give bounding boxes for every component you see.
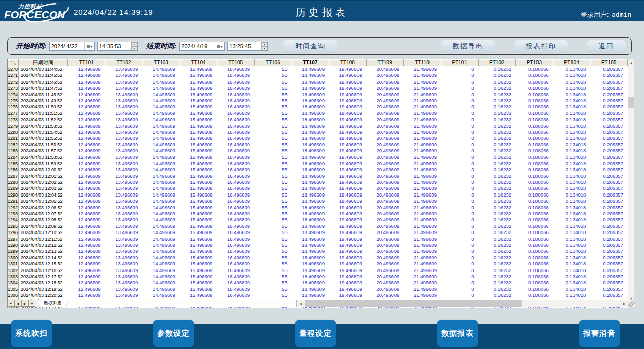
row-number: 1287 xyxy=(8,173,19,179)
scroll-right-icon[interactable]: ▶ xyxy=(621,300,628,307)
cell-value: 20.496609 xyxy=(367,142,404,148)
table-row[interactable]: 12742024/04/03 11:48:5212.49660913.49660… xyxy=(8,92,628,98)
table-row[interactable]: 12772024/04/03 11:51:5212.49660913.49660… xyxy=(8,110,628,117)
start-time-spinner[interactable]: 14:35:53 ▲▼ xyxy=(97,42,138,51)
cell-value: 20.496609 xyxy=(367,236,404,242)
spin-down-icon[interactable]: ▼ xyxy=(261,46,267,50)
data-export-button[interactable]: 数据导出 xyxy=(441,40,495,53)
table-row[interactable]: 12832024/04/03 11:57:5212.49660913.49660… xyxy=(8,148,628,154)
start-date-picker[interactable]: 2024/ 4/22 ▦▾ xyxy=(49,42,95,51)
data-report-button[interactable]: 数据报表 xyxy=(437,320,478,347)
cell-value: 16.496609 xyxy=(217,154,255,160)
end-time-spinner[interactable]: 13:25:45 ▲▼ xyxy=(227,42,268,51)
cell-value: 0 xyxy=(441,261,479,267)
start-time-spin-buttons[interactable]: ▲▼ xyxy=(131,42,137,50)
end-date-picker[interactable]: 2024/ 4/19 ▦▾ xyxy=(179,42,225,51)
sheet-next-icon[interactable]: ▶ xyxy=(21,300,28,307)
table-row[interactable]: 12732024/04/03 11:47:5212.49660913.49660… xyxy=(8,85,628,91)
calendar-dropdown-icon[interactable]: ▦▾ xyxy=(84,42,94,50)
table-row[interactable]: 12952024/04/03 12:09:5212.49660913.49660… xyxy=(8,223,628,229)
cell-value: 0.16232 xyxy=(479,217,516,223)
table-row[interactable]: 12822024/04/03 11:56:5212.49660913.49660… xyxy=(8,142,628,148)
table-row[interactable]: 12902024/04/03 12:04:5212.49660913.49660… xyxy=(8,192,628,198)
range-setting-button[interactable]: 量程设定 xyxy=(295,320,336,347)
table-row[interactable]: 12912024/04/03 12:05:5212.49660913.49660… xyxy=(8,198,628,204)
cell-value: 14.496609 xyxy=(142,179,180,185)
table-row[interactable]: 12982024/04/03 12:12:5212.49660913.49660… xyxy=(8,242,628,248)
spin-up-icon[interactable]: ▲ xyxy=(131,42,137,46)
alarm-mute-button[interactable]: 报警消音 xyxy=(579,320,620,347)
scroll-left-icon[interactable]: ◀ xyxy=(297,300,304,307)
report-print-button[interactable]: 报表打印 xyxy=(514,40,568,53)
table-row[interactable]: 12922024/04/03 12:06:5212.49660913.49660… xyxy=(8,205,628,211)
table-row[interactable]: 13042024/04/03 12:18:5212.49660913.49660… xyxy=(8,280,628,286)
sheet-prev-icon[interactable]: ◀ xyxy=(14,300,21,307)
cell-value: 14.496609 xyxy=(142,236,180,242)
cell-value: 14.496609 xyxy=(142,292,180,298)
table-row[interactable]: 12762024/04/03 11:50:5212.49660913.49660… xyxy=(8,104,628,110)
table-row[interactable]: 12812024/04/03 11:55:5212.49660913.49660… xyxy=(8,135,628,141)
table-row[interactable]: 12932024/04/03 12:07:5212.49660913.49660… xyxy=(8,211,628,217)
table-row[interactable]: 12892024/04/03 12:03:5212.49660913.49660… xyxy=(8,185,628,191)
table-row[interactable]: 12882024/04/03 12:02:5212.49660913.49660… xyxy=(8,179,628,185)
current-datetime: 2024/04/22 14:39:19 xyxy=(74,8,153,16)
table-row[interactable]: 13032024/04/03 12:17:5212.49660913.49660… xyxy=(8,274,628,280)
table-row[interactable]: 13052024/04/03 12:19:5212.49660913.49660… xyxy=(8,286,628,292)
horizontal-scrollbar[interactable]: ◀ ▶ xyxy=(297,300,628,307)
vertical-scrollbar[interactable]: ▲ ▼ xyxy=(628,59,635,302)
cell-value: 13.496609 xyxy=(105,286,143,292)
end-time-spin-buttons[interactable]: ▲▼ xyxy=(261,42,267,50)
cell-value: 21.496609 xyxy=(404,223,441,229)
sheet-last-icon[interactable]: ⯮ xyxy=(28,300,35,307)
table-row[interactable]: 12752024/04/03 11:49:5212.49660913.49660… xyxy=(8,98,628,104)
cell-value: 55 xyxy=(255,161,292,167)
scroll-up-icon[interactable]: ▲ xyxy=(628,59,634,66)
table-row[interactable]: 13012024/04/03 12:15:5212.49660913.49660… xyxy=(8,261,628,267)
return-button[interactable]: 返回 xyxy=(587,40,626,53)
sheet-first-icon[interactable]: ⯬ xyxy=(7,300,14,307)
cell-value: 0.16232 xyxy=(479,154,516,160)
table-row[interactable]: 12712024/04/03 11:45:5212.49660913.49660… xyxy=(8,72,628,79)
table-row[interactable]: 12862024/04/03 12:00:5212.49660913.49660… xyxy=(8,167,628,173)
table-row[interactable]: 12992024/04/03 12:13:5212.49660913.49660… xyxy=(8,248,628,254)
grid-corner-cell[interactable] xyxy=(8,59,19,66)
table-row[interactable]: 12852024/04/03 11:59:5212.49660913.49660… xyxy=(8,161,628,167)
system-purge-button[interactable]: 系统吹扫 xyxy=(11,320,52,347)
spin-up-icon[interactable]: ▲ xyxy=(261,42,267,46)
sheet-tab-datalist[interactable]: 数据列表 xyxy=(38,300,68,307)
spin-down-icon[interactable]: ▼ xyxy=(131,46,137,50)
cell-value: 0.134018 xyxy=(553,267,591,274)
cell-value: 20.496609 xyxy=(367,135,404,141)
time-query-button[interactable]: 时间查询 xyxy=(283,40,338,53)
parameter-setting-button[interactable]: 参数设定 xyxy=(153,320,194,347)
table-row[interactable]: 12872024/04/03 12:01:5212.49660913.49660… xyxy=(8,173,628,179)
table-row[interactable]: 13022024/04/03 12:16:5212.49660913.49660… xyxy=(8,267,628,274)
horizontal-scrollbar-thumb[interactable] xyxy=(305,300,522,307)
cell-value: 0.134018 xyxy=(553,104,591,110)
table-row[interactable]: 12782024/04/03 11:52:5212.49660913.49660… xyxy=(8,117,628,123)
table-row[interactable]: 13002024/04/03 12:14:5212.49660913.49660… xyxy=(8,255,628,261)
cell-datetime: 2024/04/03 11:52:52 xyxy=(19,117,68,123)
table-row[interactable]: 12792024/04/03 11:53:5212.49660913.49660… xyxy=(8,123,628,129)
cell-value: 55 xyxy=(255,148,292,154)
resize-grip[interactable] xyxy=(628,301,635,307)
cell-value: 0.16232 xyxy=(479,192,516,198)
table-row[interactable]: 12972024/04/03 12:11:5212.49660913.49660… xyxy=(8,236,628,242)
table-row[interactable]: 12802024/04/03 11:54:5212.49660913.49660… xyxy=(8,129,628,135)
table-row[interactable]: 12942024/04/03 12:08:5212.49660913.49660… xyxy=(8,217,628,223)
table-row[interactable]: 12722024/04/03 11:46:5212.49660913.49660… xyxy=(8,79,628,85)
vertical-scrollbar-thumb[interactable] xyxy=(628,97,634,108)
cell-value: 12.496609 xyxy=(68,179,105,185)
logo-english-text: FORCECON xyxy=(4,10,70,19)
table-row[interactable]: 12962024/04/03 12:10:5212.49660913.49660… xyxy=(8,229,628,236)
cell-value: 55 xyxy=(255,292,292,298)
table-row[interactable]: 12842024/04/03 11:58:5212.49660913.49660… xyxy=(8,154,628,160)
calendar-dropdown-icon[interactable]: ▦▾ xyxy=(214,42,224,50)
cell-value: 20.496609 xyxy=(367,229,404,236)
table-row[interactable]: 12702024/04/03 11:44:5212.49660913.49660… xyxy=(8,66,628,72)
cell-value: 55 xyxy=(255,98,292,104)
table-row[interactable]: 13062024/04/03 12:20:5212.49660913.49660… xyxy=(8,292,628,298)
row-number: 1285 xyxy=(8,161,19,167)
cell-value: 21.496609 xyxy=(404,248,441,254)
cell-datetime: 2024/04/03 12:15:52 xyxy=(19,261,68,267)
